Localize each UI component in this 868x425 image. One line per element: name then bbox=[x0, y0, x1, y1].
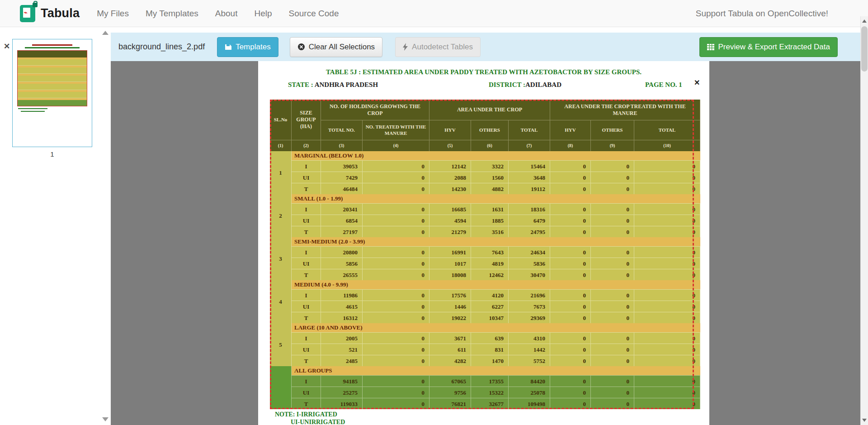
nav-item-about[interactable]: About bbox=[215, 9, 238, 19]
sidebar-scroll-down-icon[interactable] bbox=[102, 417, 108, 421]
lock-icon bbox=[33, 3, 38, 7]
note-line-1: NOTE: I-IRRIGATED bbox=[275, 411, 337, 418]
clear-all-selections-button[interactable]: Clear All Selections bbox=[290, 37, 382, 57]
open-filename: background_lines_2.pdf bbox=[118, 42, 205, 52]
remove-circle-icon bbox=[297, 43, 305, 51]
doc-title: TABLE 5J : ESTIMATED AREA UNDER PADDY TR… bbox=[258, 68, 709, 76]
scrollbar-down-icon[interactable] bbox=[861, 416, 868, 424]
lightning-icon bbox=[403, 43, 408, 51]
doc-state: STATE : ANDHRA PRADESH bbox=[288, 81, 378, 89]
thumb-table-header bbox=[18, 51, 87, 57]
remove-file-icon[interactable]: ✕ bbox=[4, 43, 10, 50]
window-scrollbar[interactable] bbox=[860, 16, 868, 425]
nav-item-source-code[interactable]: Source Code bbox=[289, 9, 339, 19]
nav-item-my-files[interactable]: My Files bbox=[97, 9, 129, 19]
pdf-workspace: TABLE 5J : ESTIMATED AREA UNDER PADDY TR… bbox=[111, 61, 860, 425]
autodetect-tables-button[interactable]: Autodetect Tables bbox=[395, 37, 481, 57]
note-line-2: UI-UNIRRIGATED bbox=[291, 419, 345, 425]
tabula-logo-icon: ⌁ bbox=[20, 4, 37, 24]
preview-export-button[interactable]: Preview & Export Extracted Data bbox=[699, 37, 838, 57]
toolbar: background_lines_2.pdf Templates Clear A… bbox=[111, 33, 860, 61]
templates-button[interactable]: Templates bbox=[217, 37, 278, 57]
save-template-icon bbox=[225, 43, 232, 51]
nav-item-my-templates[interactable]: My Templates bbox=[146, 9, 198, 19]
table-icon bbox=[707, 44, 714, 50]
support-link[interactable]: Support Tabula on OpenCollective! bbox=[696, 0, 828, 27]
thumb-note-line bbox=[18, 108, 47, 109]
thumb-green-rows bbox=[18, 100, 87, 106]
nav-item-help[interactable]: Help bbox=[254, 9, 272, 19]
scrollbar-thumb[interactable] bbox=[861, 26, 868, 72]
thumb-rows bbox=[18, 59, 87, 66]
table-selection-box[interactable] bbox=[270, 100, 694, 409]
thumb-title-line bbox=[32, 44, 73, 46]
nav-links: My FilesMy TemplatesAboutHelpSource Code bbox=[97, 9, 339, 19]
brand-title: Tabula bbox=[41, 6, 80, 20]
thumbnail-page-number: 1 bbox=[0, 150, 104, 158]
selection-close-icon[interactable]: ✕ bbox=[694, 78, 700, 87]
top-navbar: ⌁ Tabula My FilesMy TemplatesAboutHelpSo… bbox=[0, 0, 868, 27]
page-thumbnail[interactable] bbox=[12, 39, 92, 147]
scrollbar-up-icon[interactable] bbox=[861, 17, 868, 25]
thumb-subtitle-line bbox=[25, 47, 80, 48]
pdf-glyph-icon: ⌁ bbox=[24, 10, 29, 15]
toolbar-area: background_lines_2.pdf Templates Clear A… bbox=[111, 27, 860, 61]
doc-district: DISTRICT :ADILABAD bbox=[489, 81, 561, 89]
app-window: ⌁ Tabula My FilesMy TemplatesAboutHelpSo… bbox=[0, 0, 868, 425]
pdf-page[interactable]: TABLE 5J : ESTIMATED AREA UNDER PADDY TR… bbox=[258, 61, 709, 425]
doc-page-number: PAGE NO. 1 bbox=[645, 81, 682, 89]
sidebar-scroll-up-icon[interactable] bbox=[102, 31, 108, 35]
thumbnail-sidebar: ✕ 1 bbox=[0, 27, 111, 425]
thumb-table bbox=[17, 50, 87, 106]
